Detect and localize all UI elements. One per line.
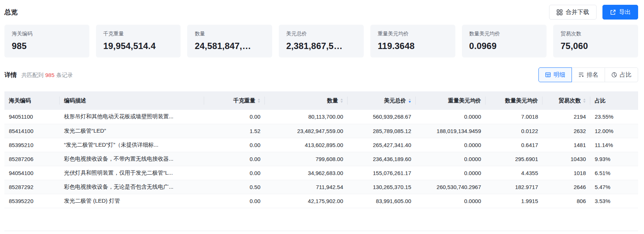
cell-kg-weight: 1.52 — [204, 124, 265, 138]
cell-usd-per-unit: 0.0122 — [485, 124, 542, 138]
table-grid-icon — [545, 72, 551, 78]
cell-usd-total: 236,436,189.60 — [348, 152, 416, 166]
match-count: 985 — [45, 72, 54, 78]
cell-quantity: 799,608.00 — [265, 152, 348, 166]
match-prefix: 共匹配到 — [21, 72, 43, 78]
cell-trade-count: 806 — [542, 194, 590, 208]
card-value: 2,381,867,5… — [286, 41, 356, 51]
card-value: 24,581,847,… — [195, 41, 265, 51]
topbar-actions: 合并下载 导出 — [549, 5, 638, 20]
cell-usd-total: 265,427,341.40 — [348, 138, 416, 152]
table-head: 海关编码编码描述千克重量▲▼数量▲▼美元总价▲▼重量美元均价数量美元均价贸易次数… — [4, 91, 638, 110]
tab-ranking[interactable]: 排名 — [572, 67, 605, 82]
card-value: 0.0969 — [469, 41, 540, 51]
cell-customs-code: 94051100 — [4, 110, 60, 124]
summary-card-trade-count: 贸易次数 75,060 — [553, 25, 638, 57]
table-row[interactable]: 85287206彩色电视接收设备，不带内置无线电接收器...0.00799,60… — [4, 152, 638, 166]
details-title: 详情 — [4, 71, 17, 79]
column-header-customs-code: 海关编码 — [4, 91, 60, 110]
cell-customs-code: 85395210 — [4, 138, 60, 152]
summary-card-kg-weight: 千克重量 19,954,514.4 — [96, 25, 181, 57]
sort-caret-down: ▼ — [340, 101, 344, 103]
column-label: 编码描述 — [64, 97, 86, 104]
column-label: 贸易次数 — [559, 97, 581, 104]
table-row[interactable]: 85395220发光二极管 (LED) 灯管0.0042,175,902.008… — [4, 194, 638, 208]
cell-quantity: 42,175,902.00 — [265, 194, 348, 208]
table-row[interactable]: 85287292彩色电视接收设备，无论是否包含无线电广...0.50711,94… — [4, 180, 638, 194]
table-row[interactable]: 85395210“发光二极管“LED”灯”（未提供详细标...0.00413,6… — [4, 138, 638, 152]
cell-usd-per-kg: 0.0000 — [416, 194, 485, 208]
summary-card-usd-total: 美元总价 2,381,867,5… — [279, 25, 364, 57]
topbar: 总览 合并下载 — [4, 4, 638, 20]
cell-trade-count: 1018 — [542, 166, 590, 180]
cell-usd-per-kg: 0.0000 — [416, 110, 485, 124]
cell-kg-weight: 0.50 — [204, 180, 265, 194]
column-header-usd-per-unit: 数量美元均价 — [485, 91, 542, 110]
column-label: 重量美元均价 — [448, 97, 481, 104]
cell-description: 发光二极管“LED” — [60, 124, 204, 138]
table-row[interactable]: 94051100枝形吊灯和其他电动天花板或墙壁照明装置...0.0080,113… — [4, 110, 638, 124]
card-value: 19,954,514.4 — [103, 41, 174, 51]
cell-usd-per-kg: 0.0000 — [416, 152, 485, 166]
summary-card-usd-per-unit: 数量美元均价 0.0969 — [462, 25, 547, 57]
cell-usd-per-unit: 1.9915 — [485, 194, 542, 208]
cell-usd-total: 155,076,261.17 — [348, 166, 416, 180]
cell-trade-count: 2632 — [542, 124, 590, 138]
merge-download-button[interactable]: 合并下载 — [549, 5, 597, 20]
cell-customs-code: 85395220 — [4, 194, 60, 208]
table-row[interactable]: 94054100光伏灯具和照明装置，仅用于发光二极管“L...0.0034,96… — [4, 166, 638, 180]
cell-description: 发光二极管 (LED) 灯管 — [60, 194, 204, 208]
column-label: 千克重量 — [233, 97, 255, 104]
cell-usd-total: 285,789,085.12 — [348, 124, 416, 138]
cell-quantity: 711,942.54 — [265, 180, 348, 194]
table-body: 94051100枝形吊灯和其他电动天花板或墙壁照明装置...0.0080,113… — [4, 110, 638, 208]
cell-kg-weight: 0.00 — [204, 194, 265, 208]
cell-share: 23.55% — [590, 110, 638, 124]
sort-icon[interactable]: ▲▼ — [408, 98, 411, 103]
table-header-row: 海关编码编码描述千克重量▲▼数量▲▼美元总价▲▼重量美元均价数量美元均价贸易次数… — [4, 91, 638, 110]
export-icon — [610, 9, 616, 15]
cell-usd-per-kg: 0.0000 — [416, 166, 485, 180]
cell-share: 6.51% — [590, 166, 638, 180]
page: 总览 合并下载 — [0, 0, 644, 231]
card-label: 千克重量 — [103, 31, 174, 37]
column-header-usd-total[interactable]: 美元总价▲▼ — [348, 91, 416, 110]
cell-usd-total: 130,265,370.15 — [348, 180, 416, 194]
column-header-trade-count[interactable]: 贸易次数▲▼ — [542, 91, 590, 110]
summary-card-customs-code: 海关编码 985 — [4, 25, 89, 57]
sort-icon[interactable]: ▲▼ — [257, 98, 260, 103]
merge-download-icon — [556, 9, 563, 15]
cell-trade-count: 2194 — [542, 110, 590, 124]
column-label: 数量美元均价 — [505, 97, 538, 104]
cell-share: 11.14% — [590, 138, 638, 152]
sort-icon[interactable]: ▲▼ — [340, 98, 343, 103]
column-header-kg-weight[interactable]: 千克重量▲▼ — [204, 91, 265, 110]
tab-proportion[interactable]: 占比 — [605, 67, 638, 82]
table-row[interactable]: 85414100发光二极管“LED”1.5223,482,947,559.002… — [4, 124, 638, 138]
sort-caret-down: ▼ — [257, 101, 261, 103]
cell-quantity: 23,482,947,559.00 — [265, 124, 348, 138]
card-value: 75,060 — [561, 41, 631, 51]
cell-usd-per-kg: 188,019,134.9459 — [416, 124, 485, 138]
sort-icon[interactable]: ▲▼ — [583, 98, 586, 103]
column-label: 海关编码 — [9, 97, 31, 104]
card-label: 美元总价 — [286, 31, 356, 37]
match-suffix: 条记录 — [56, 72, 73, 78]
cell-share: 3.53% — [590, 194, 638, 208]
card-label: 数量 — [195, 31, 265, 37]
cell-usd-per-unit: 7.0018 — [485, 110, 542, 124]
details-heading: 详情 共匹配到985条记录 — [4, 71, 73, 79]
column-header-description: 编码描述 — [60, 91, 204, 110]
cell-usd-per-unit: 295.6901 — [485, 152, 542, 166]
tab-label: 明细 — [554, 71, 565, 79]
export-button[interactable]: 导出 — [602, 5, 638, 20]
match-text: 共匹配到985条记录 — [21, 72, 73, 79]
cell-trade-count: 2646 — [542, 180, 590, 194]
tab-detail[interactable]: 明细 — [538, 67, 572, 82]
merge-download-label: 合并下载 — [566, 8, 589, 16]
cell-share: 9.93% — [590, 152, 638, 166]
cell-customs-code: 85287292 — [4, 180, 60, 194]
column-header-quantity[interactable]: 数量▲▼ — [265, 91, 348, 110]
cell-usd-per-unit: 0.6417 — [485, 138, 542, 152]
column-label: 占比 — [595, 97, 606, 104]
